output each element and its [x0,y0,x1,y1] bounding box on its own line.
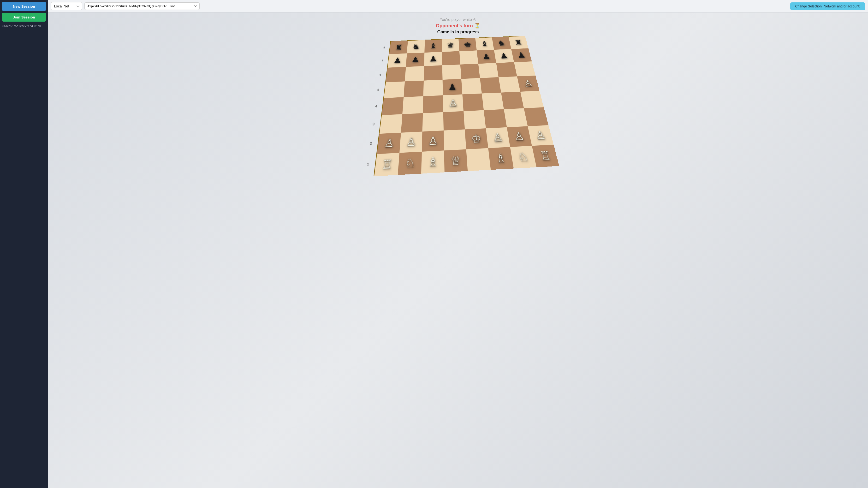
square-b7[interactable]: ♟ [406,53,425,67]
square-a6[interactable] [386,67,406,82]
square-h7[interactable]: ♟ [511,48,532,62]
square-a4[interactable] [382,97,404,115]
white-pawn-h2: ♙ [534,129,547,141]
square-g4[interactable] [501,92,524,109]
turn-info: Opponent's turn ⏳ [436,23,480,29]
rank-label-6: 6 [379,67,382,82]
square-b2[interactable]: ♙ [399,131,422,153]
square-h6[interactable] [514,61,535,76]
new-session-button[interactable]: New Session [2,2,46,11]
square-h4[interactable] [520,91,544,108]
square-f3[interactable] [484,109,507,128]
square-d8[interactable]: ♛ [442,39,459,52]
account-select-wrapper: 41p2xPLoWcdibGoCqhrtuKzU2MdvpGz37mQgG2oy… [85,2,199,10]
square-e4[interactable] [462,94,484,111]
square-f4[interactable] [482,93,504,110]
square-f6[interactable] [478,63,499,78]
square-a1[interactable]: ♖ [374,153,399,176]
square-b3[interactable] [401,113,423,133]
square-g8[interactable]: ♞ [492,37,511,50]
white-king-e2: ♔ [471,133,482,145]
black-pawn-g7: ♟ [499,52,508,60]
square-c8[interactable]: ♝ [425,39,442,53]
square-e8[interactable]: ♚ [459,38,477,51]
square-d1[interactable]: ♕ [444,149,468,172]
square-c1[interactable]: ♗ [421,150,444,174]
white-rook-a1: ♖ [381,158,393,171]
white-pawn-d4: ♙ [448,98,458,108]
network-select[interactable]: Local Net [51,2,82,10]
main-content: Local Net 41p2xPLoWcdibGoCqhrtuKzU2MdvpG… [48,0,868,488]
black-bishop-f8: ♝ [480,40,489,48]
square-e7[interactable] [459,50,478,65]
square-e3[interactable] [464,110,486,129]
rank-label-5: 5 [376,82,380,98]
square-d2[interactable] [443,129,466,150]
square-e6[interactable] [460,64,480,79]
square-b4[interactable] [402,96,423,114]
square-g5[interactable] [499,76,520,93]
join-session-button[interactable]: Join Session [2,13,46,22]
square-h1[interactable]: ♖ [532,145,559,167]
square-f1[interactable]: ♗ [488,147,514,170]
game-progress: Game is in progress [436,30,480,35]
rank-label-2: 2 [368,133,373,154]
white-pawn-c2: ♙ [428,135,438,147]
chess-board[interactable]: ♜ ♞ ♝ ♛ ♚ ♝ ♞ ♜ ♟ ♟ ♟ ♟ ♟ ♟ [374,36,558,176]
square-g6[interactable] [496,62,517,77]
header: Local Net 41p2xPLoWcdibGoCqhrtuKzU2MdvpG… [48,0,868,12]
square-h5[interactable]: ♙ [517,75,539,92]
black-bishop-c8: ♝ [429,42,437,50]
square-e2[interactable]: ♔ [465,128,488,149]
rank-label-8: 8 [382,41,386,54]
square-d5[interactable]: ♟ [443,79,463,95]
white-queen-d1: ♕ [450,154,461,167]
square-h2[interactable]: ♙ [528,125,554,146]
square-f2[interactable]: ♙ [486,127,510,148]
change-selection-button[interactable]: Change Selection (Network and/or account… [790,2,865,10]
square-c2[interactable]: ♙ [422,130,444,152]
square-d7[interactable] [442,51,460,65]
square-g3[interactable] [504,108,528,127]
session-id-display: 661ed51a5e12ae72edd081c0 [2,24,46,29]
chess-board-wrapper: 8 7 6 5 4 3 2 1 ♜ ♞ ♝ ♛ ♚ ♝ ♞ [374,36,558,176]
square-c5[interactable] [423,80,443,96]
square-b6[interactable] [405,66,424,81]
black-knight-g8: ♞ [497,39,506,47]
white-pawn-a2: ♙ [383,137,395,149]
square-a7[interactable]: ♟ [388,53,407,68]
square-c4[interactable] [423,95,443,113]
square-b8[interactable]: ♞ [407,40,425,53]
square-a3[interactable] [379,114,402,134]
square-d3[interactable] [443,111,465,130]
square-c6[interactable] [424,65,442,81]
rank-label-7: 7 [380,54,384,68]
sidebar: New Session Join Session 661ed51a5e12ae7… [0,0,48,488]
black-pawn-h7: ♟ [517,51,526,59]
square-c7[interactable]: ♟ [424,52,442,66]
square-a2[interactable]: ♙ [377,133,401,154]
black-rook-a8: ♜ [395,44,403,51]
black-pawn-a7: ♟ [393,56,402,64]
square-a5[interactable] [384,81,405,98]
white-knight-g1: ♘ [517,151,529,163]
square-f5[interactable] [480,77,501,94]
black-pawn-c7: ♟ [429,55,437,63]
square-d4[interactable]: ♙ [443,94,464,112]
square-f7[interactable]: ♟ [477,50,496,64]
square-a8[interactable]: ♜ [390,41,408,54]
square-f8[interactable]: ♝ [475,37,494,50]
square-b1[interactable]: ♘ [398,152,422,175]
black-queen-d8: ♛ [446,41,455,49]
square-b5[interactable] [404,81,424,97]
white-knight-b1: ♘ [404,157,415,170]
square-c3[interactable] [422,112,443,131]
square-d6[interactable] [442,65,461,80]
white-pawn-h5: ♙ [523,79,533,88]
square-h3[interactable] [524,107,549,126]
square-e1[interactable] [466,148,491,171]
square-h8[interactable]: ♜ [508,36,528,49]
square-g7[interactable]: ♟ [494,49,514,63]
account-select[interactable]: 41p2xPLoWcdibGoCqhrtuKzU2MdvpGz37mQgG2oy… [85,2,199,10]
square-e5[interactable] [461,78,482,94]
